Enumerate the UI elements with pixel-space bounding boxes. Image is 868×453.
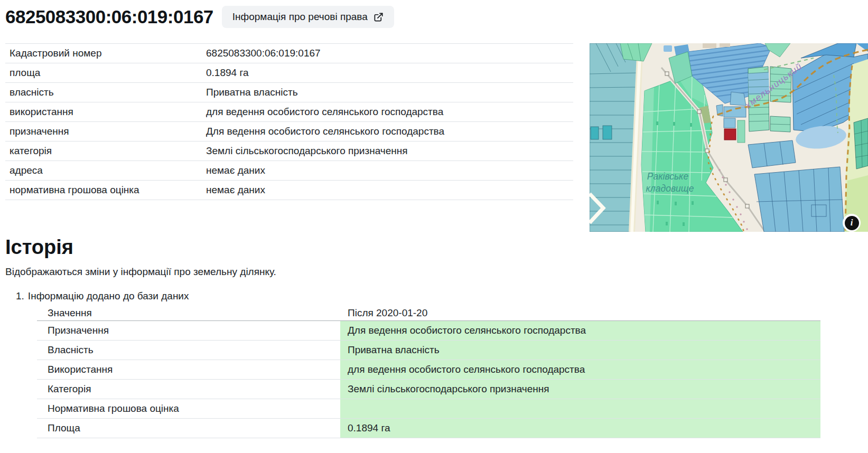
page-title: 6825083300:06:019:0167 [5, 6, 213, 27]
field-value: для ведення особистого селянського госпо… [206, 102, 573, 122]
history-description: Відображаються зміни у інформації про зе… [5, 266, 868, 278]
field-label: Значення [37, 306, 340, 321]
property-rights-button-label: Інформація про речові права [232, 11, 368, 23]
table-row: власність Приватна власність [5, 83, 573, 102]
field-value: Для ведення особистого селянського госпо… [206, 122, 573, 141]
field-label: Нормативна грошова оцінка [37, 399, 340, 419]
field-label: адреса [5, 161, 206, 181]
cemetery-label-line2: кладовище [646, 183, 694, 194]
table-row: Власність Приватна власність [37, 341, 820, 360]
table-row: Площа 0.1894 га [37, 419, 820, 438]
history-section: Історія Відображаються зміни у інформаці… [5, 236, 868, 438]
field-value: 6825083300:06:019:0167 [206, 44, 573, 63]
cadastral-map[interactable]: хмельницький Раківське кладовище i [590, 43, 868, 232]
parcel-attributes: Кадастровий номер 6825083300:06:019:0167… [5, 43, 573, 232]
field-value: 0.1894 га [206, 63, 573, 83]
field-value: Після 2020-01-20 [340, 306, 820, 321]
field-value: немає даних [206, 181, 573, 200]
table-row: Значення Після 2020-01-20 [37, 306, 820, 321]
field-value: 0.1894 га [340, 419, 820, 438]
field-label: площа [5, 63, 206, 83]
table-row: Категорія Землі сільськогосподарського п… [37, 380, 820, 399]
history-heading: Історія [5, 236, 868, 259]
table-row: категорія Землі сільськогосподарського п… [5, 141, 573, 161]
field-label: Кадастровий номер [5, 44, 206, 63]
history-entry: 1. Інформацію додано до бази даних Значе… [16, 290, 868, 438]
table-row: призначення Для ведення особистого селян… [5, 122, 573, 141]
table-row: Призначення Для ведення особистого селян… [37, 321, 820, 341]
field-value: Землі сільськогосподарського призначення [206, 141, 573, 161]
info-icon: i [845, 216, 859, 230]
field-value: Приватна власність [340, 341, 820, 360]
cemetery-label-line1: Раківське [647, 171, 689, 182]
field-label: категорія [5, 141, 206, 161]
top-content: Кадастровий номер 6825083300:06:019:0167… [5, 43, 868, 232]
field-value: немає даних [206, 161, 573, 181]
external-link-icon [374, 12, 384, 22]
field-value: Для ведення особистого селянського госпо… [340, 321, 820, 341]
field-value: для ведення особистого селянського госпо… [340, 360, 820, 380]
history-entry-label: Інформацію додано до бази даних [28, 290, 189, 302]
field-label: використання [5, 102, 206, 122]
map-canvas: хмельницький Раківське кладовище [590, 43, 868, 232]
table-row: Кадастровий номер 6825083300:06:019:0167 [5, 44, 573, 63]
field-label: Власність [37, 341, 340, 360]
field-label: власність [5, 83, 206, 102]
table-row: Нормативна грошова оцінка [37, 399, 820, 419]
field-value [340, 399, 820, 419]
map-attribution-button[interactable]: i [843, 214, 861, 232]
table-row: адреса немає даних [5, 161, 573, 181]
history-table: Значення Після 2020-01-20 Призначення Дл… [37, 306, 820, 438]
field-label: Категорія [37, 380, 340, 399]
page-header: 6825083300:06:019:0167 Інформація про ре… [5, 4, 868, 30]
table-row: використання для ведення особистого селя… [5, 102, 573, 122]
table-row: нормативна грошова оцінка немає даних [5, 181, 573, 200]
selected-parcel[interactable] [724, 129, 736, 140]
history-entry-title: 1. Інформацію додано до бази даних [16, 290, 868, 302]
field-value: Землі сільськогосподарського призначення [340, 380, 820, 399]
history-entry-number: 1. [16, 290, 24, 302]
field-label: нормативна грошова оцінка [5, 181, 206, 200]
parcel-attributes-table: Кадастровий номер 6825083300:06:019:0167… [5, 43, 573, 200]
table-row: площа 0.1894 га [5, 63, 573, 83]
field-label: Площа [37, 419, 340, 438]
property-rights-button[interactable]: Інформація про речові права [222, 6, 394, 28]
field-label: Призначення [37, 321, 340, 341]
field-label: Використання [37, 360, 340, 380]
field-value: Приватна власність [206, 83, 573, 102]
cadastral-parcel-page: 6825083300:06:019:0167 Інформація про ре… [0, 0, 868, 438]
field-label: призначення [5, 122, 206, 141]
table-row: Використання для ведення особистого селя… [37, 360, 820, 380]
